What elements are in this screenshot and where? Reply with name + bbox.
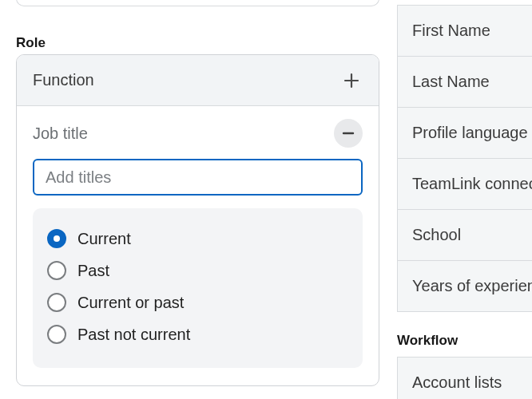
sidebar-item[interactable]: Last Name	[398, 57, 532, 108]
previous-filter-card	[16, 0, 379, 6]
sidebar-item[interactable]: Years of experien	[398, 261, 532, 312]
job-title-input[interactable]	[33, 159, 363, 196]
radio-icon	[47, 229, 66, 248]
radio-label: Current	[77, 230, 131, 248]
job-title-radio-panel: CurrentPastCurrent or pastPast not curre…	[33, 208, 363, 368]
radio-label: Past not current	[77, 326, 190, 344]
section-label-role: Role	[16, 35, 46, 51]
sidebar-list-workflow: Account lists	[397, 357, 532, 399]
radio-label: Current or past	[77, 294, 184, 312]
sidebar-list-filters: First NameLast NameProfile languageTeamL…	[397, 5, 532, 312]
job-title-radio[interactable]: Past	[47, 255, 348, 286]
sidebar-item[interactable]: Account lists	[398, 358, 532, 399]
sidebar-item[interactable]: TeamLink connec	[398, 159, 532, 210]
sidebar-item[interactable]: Profile language	[398, 108, 532, 159]
job-title-radio[interactable]: Current	[47, 223, 348, 255]
sidebar: First NameLast NameProfile languageTeamL…	[397, 0, 532, 399]
job-title-label: Job title	[33, 124, 88, 143]
radio-icon	[47, 293, 66, 312]
job-title-radio[interactable]: Past not current	[47, 318, 348, 350]
radio-label: Past	[77, 262, 109, 280]
function-filter-header[interactable]: Function	[17, 55, 379, 106]
job-title-filter-body: Job title CurrentPastCurrent or pastPast…	[17, 106, 379, 385]
radio-icon	[47, 261, 66, 280]
job-title-radio[interactable]: Current or past	[47, 286, 348, 318]
sidebar-item[interactable]: First Name	[398, 6, 532, 57]
role-filter-card: Function Job title CurrentPas	[16, 54, 379, 386]
function-label: Function	[33, 71, 94, 89]
plus-icon[interactable]	[340, 69, 363, 92]
radio-icon	[47, 325, 66, 344]
sidebar-item[interactable]: School	[398, 210, 532, 261]
minus-icon	[341, 126, 355, 140]
collapse-button[interactable]	[334, 119, 363, 148]
sidebar-label-workflow: Workflow	[397, 333, 532, 349]
